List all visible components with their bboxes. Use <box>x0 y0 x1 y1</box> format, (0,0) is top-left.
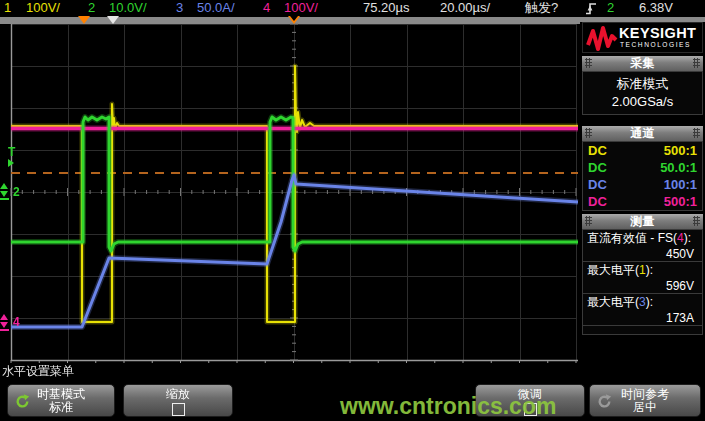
grip-icon <box>585 216 592 226</box>
zoom-button[interactable]: 缩放 <box>123 384 233 417</box>
ch4-number[interactable]: 4 <box>263 0 270 16</box>
channels-box: DC500:1 DC50.0:1 DC100:1 DC500:1 <box>582 141 703 211</box>
ch4-scale[interactable]: 100V/ <box>284 0 318 16</box>
ch2-number[interactable]: 2 <box>88 0 95 16</box>
status-bar: 1 100V/ 2 10.0V/ 3 50.0A/ 4 100V/ 75.20µ… <box>0 0 705 17</box>
ch4-ground-marker[interactable]: 4 <box>13 316 20 328</box>
grip-icon <box>585 128 592 138</box>
zoom-checkbox[interactable] <box>172 403 185 416</box>
waveform-display[interactable] <box>0 22 579 367</box>
ch2-scale[interactable]: 10.0V/ <box>109 0 147 16</box>
menu-title: 水平设置菜单 <box>2 363 74 380</box>
measurement-row-3[interactable]: 最大电平(3): 173A <box>583 294 702 326</box>
brand-subtitle: TECHNOLOGIES <box>620 41 691 48</box>
channels-section-header[interactable]: 通道 <box>582 126 703 141</box>
channel-row-4[interactable]: DC500:1 <box>583 193 702 210</box>
channel-row-2[interactable]: DC50.0:1 <box>583 159 702 176</box>
grip-icon <box>693 58 700 68</box>
measurement-row-1[interactable]: 直流有效值 - FS(4): 450V <box>583 230 702 262</box>
grip-icon <box>693 128 700 138</box>
timebase-scale[interactable]: 20.00µs/ <box>440 0 490 16</box>
time-reference-marker[interactable] <box>288 16 300 24</box>
ch1-number[interactable]: 1 <box>4 0 11 16</box>
ch3-scale[interactable]: 50.0A/ <box>197 0 235 16</box>
trigger-source[interactable]: 2 <box>607 0 614 16</box>
oscilloscope-screen: 1 100V/ 2 10.0V/ 3 50.0A/ 4 100V/ 75.20µ… <box>0 0 705 421</box>
watermark: www.cntronics.com <box>340 393 556 420</box>
trigger-level-arrow-icon <box>8 159 14 167</box>
ch2-edge-indicator-icon <box>0 183 10 200</box>
knob-arrow-icon <box>597 394 612 409</box>
ch1-scale[interactable]: 100V/ <box>26 0 60 16</box>
aux-time-marker[interactable] <box>107 16 119 24</box>
measurement-value: 450V <box>587 246 698 262</box>
sample-rate: 2.00GSa/s <box>583 93 702 111</box>
timebase-mode-button[interactable]: 时基模式 标准 <box>7 384 115 417</box>
trigger-status: 触发? <box>525 0 558 16</box>
measure-section-header[interactable]: 测量 <box>582 214 703 229</box>
trigger-level-marker[interactable]: T <box>8 146 15 167</box>
trigger-level-value[interactable]: 6.38V <box>639 0 673 16</box>
keysight-spark-icon <box>586 25 618 52</box>
acquisition-box[interactable]: 标准模式 2.00GSa/s <box>582 71 703 115</box>
measurement-value: 173A <box>587 310 698 326</box>
delay-time[interactable]: 75.20µs <box>363 0 410 16</box>
keysight-logo: KEYSIGHT TECHNOLOGIES <box>582 22 703 53</box>
measurement-row-2[interactable]: 最大电平(1): 596V <box>583 262 702 294</box>
ch4-edge-indicator-icon <box>0 314 10 331</box>
trigger-point-marker[interactable] <box>78 16 90 24</box>
brand-name: KEYSIGHT <box>619 25 696 41</box>
measurements-box: 直流有效值 - FS(4): 450V 最大电平(1): 596V 最大电平(3… <box>582 229 703 335</box>
channel-row-1[interactable]: DC500:1 <box>583 142 702 159</box>
acquisition-section-header[interactable]: 采集 <box>582 56 703 71</box>
side-panel: KEYSIGHT TECHNOLOGIES 采集 标准模式 2.00GSa/s … <box>580 22 705 362</box>
time-reference-button[interactable]: 时间参考 居中 <box>589 384 701 417</box>
measurement-value: 596V <box>587 278 698 294</box>
ch3-number[interactable]: 3 <box>176 0 183 16</box>
knob-arrow-icon <box>15 394 30 409</box>
grip-icon <box>585 58 592 68</box>
ch2-ground-marker[interactable]: 2 <box>13 186 20 198</box>
grip-icon <box>693 216 700 226</box>
acquisition-mode: 标准模式 <box>583 75 702 93</box>
channel-row-3[interactable]: DC100:1 <box>583 176 702 193</box>
